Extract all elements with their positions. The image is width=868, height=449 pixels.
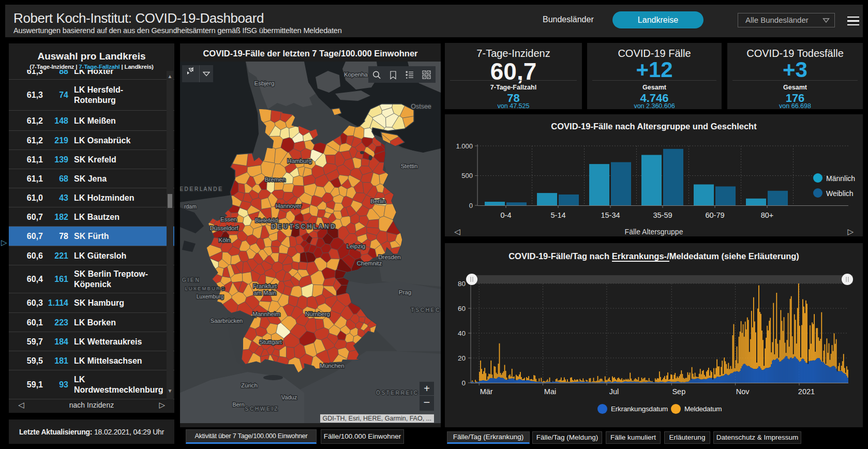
svg-text:0-4: 0-4	[501, 211, 512, 219]
svg-text:Nürnberg: Nürnberg	[305, 311, 330, 317]
svg-text:Kopenha: Kopenha	[344, 71, 368, 78]
svg-text:Chemnitz: Chemnitz	[357, 260, 382, 266]
svg-text:60-79: 60-79	[705, 211, 724, 219]
svg-text:20: 20	[458, 354, 466, 362]
svg-text:Stettin: Stettin	[401, 163, 418, 169]
svg-text:Saarbrücken: Saarbrücken	[211, 318, 243, 324]
svg-text:T S C H E C: T S C H E C	[411, 307, 440, 313]
svg-text:0: 0	[461, 379, 466, 387]
svg-text:80: 80	[458, 280, 466, 288]
svg-text:G I E N: G I E N	[182, 277, 199, 283]
svg-text:Ostsee: Ostsee	[411, 103, 431, 110]
svg-text:Prag: Prag	[399, 289, 411, 295]
svg-text:80+: 80+	[761, 211, 774, 219]
svg-text:rdam: rdam	[184, 203, 197, 209]
svg-text:40: 40	[458, 330, 466, 337]
svg-text:15-34: 15-34	[601, 211, 620, 219]
svg-text:S C H W E I Z: S C H W E I Z	[245, 406, 278, 412]
svg-text:2021: 2021	[798, 387, 815, 396]
svg-text:Bern: Bern	[232, 401, 244, 408]
svg-text:Düsseldorf: Düsseldorf	[210, 225, 239, 231]
svg-text:Mai: Mai	[544, 387, 556, 396]
svg-text:München: München	[320, 363, 344, 369]
svg-text:Nov: Nov	[736, 387, 750, 396]
svg-text:D E U T S C H L A N D: D E U T S C H L A N D	[271, 223, 335, 230]
svg-text:Frankfurt: Frankfurt	[253, 283, 277, 289]
svg-text:Berlin: Berlin	[370, 198, 385, 204]
svg-text:Sep: Sep	[672, 387, 685, 396]
svg-text:L U X E M B U R G: L U X E M B U R G	[185, 286, 225, 291]
svg-text:Esbjerg: Esbjerg	[255, 80, 275, 86]
svg-text:E D E R L A N D E: E D E R L A N D E	[180, 186, 222, 192]
svg-text:Vaduz: Vaduz	[281, 394, 297, 400]
svg-text:Mannheim: Mannheim	[252, 311, 280, 317]
svg-text:Essen: Essen	[220, 216, 237, 222]
svg-text:Stuttgart: Stuttgart	[259, 339, 282, 345]
svg-text:Jul: Jul	[609, 387, 619, 396]
svg-text:Ö S T E R R E I C: Ö S T E R R E I C	[376, 390, 417, 396]
svg-text:500: 500	[461, 172, 473, 179]
svg-text:Hannover: Hannover	[276, 203, 302, 209]
svg-text:1.000: 1.000	[456, 142, 473, 150]
svg-text:60: 60	[458, 305, 466, 312]
svg-text:5-14: 5-14	[550, 211, 565, 219]
svg-text:Mär: Mär	[480, 387, 493, 396]
svg-text:Leipzig: Leipzig	[347, 243, 365, 249]
svg-text:Luxemburg: Luxemburg	[197, 293, 224, 300]
svg-text:Dresden: Dresden	[378, 254, 400, 260]
svg-text:am Main: am Main	[253, 290, 276, 296]
svg-text:0: 0	[469, 202, 473, 209]
svg-text:Hamburg: Hamburg	[287, 158, 311, 164]
svg-text:35-59: 35-59	[653, 211, 672, 219]
svg-text:Köln: Köln	[218, 237, 230, 243]
svg-text:Zürich: Zürich	[241, 382, 258, 388]
svg-text:Bremen: Bremen	[265, 176, 286, 183]
